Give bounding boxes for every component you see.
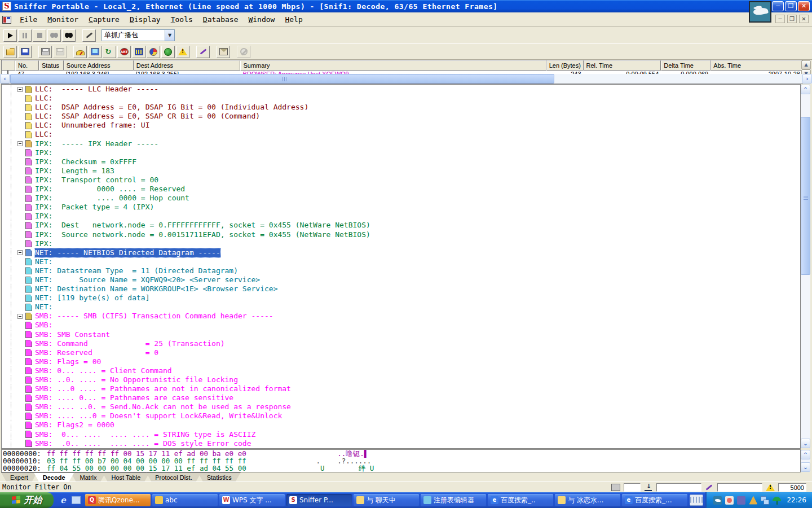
save-icon[interactable] [18, 46, 32, 58]
blocks-app-tray-icon[interactable] [737, 496, 745, 505]
cancel-icon[interactable] [237, 46, 250, 58]
taskbar-button[interactable]: S Sniffer P... [286, 494, 352, 506]
decode-tree-line[interactable]: SMB: ...0 .... = Pathnames are not in ca… [2, 384, 800, 393]
menu-item[interactable]: Capture [83, 14, 125, 25]
decode-tree-line[interactable]: LLC: SSAP Address = E0, SSAP CR Bit = 00… [2, 112, 800, 121]
scroll-up-icon[interactable]: ⌃ [801, 85, 810, 94]
child-close-button[interactable]: ✕ [799, 15, 809, 23]
view-tab[interactable]: Host Table [103, 472, 150, 481]
decode-tree-line[interactable]: NET: Source Name = XQFWQ9<20> <Server se… [2, 275, 800, 284]
menu-item[interactable]: Display [125, 14, 166, 25]
print-icon[interactable] [38, 46, 52, 58]
taskbar-button[interactable]: e 百度搜索_... [622, 494, 687, 506]
define-filter-icon[interactable] [82, 29, 96, 42]
view-tab[interactable]: Expert [1, 472, 37, 481]
column-header-dest[interactable]: Dest Address [134, 60, 241, 71]
protocol-distribution-icon[interactable] [147, 46, 160, 58]
column-header-source[interactable]: Source Address [64, 60, 134, 71]
decode-tree-line[interactable]: IPX: [2, 212, 800, 221]
menu-item[interactable]: Tools [166, 14, 198, 25]
open-icon[interactable] [3, 46, 17, 58]
taskbar-button[interactable]: W WPS 文字 ... [219, 494, 285, 506]
decode-tree-line[interactable]: SMB: .... ...0 = Doesn't support Lock&Re… [2, 411, 800, 421]
view-tab[interactable]: Statistics [198, 472, 241, 481]
decode-tree-line[interactable]: NET: [2, 257, 800, 266]
matrix-icon[interactable]: ↻ [103, 46, 116, 58]
decode-tree-line[interactable]: IPX: [2, 239, 800, 248]
vertical-scroll-thumb[interactable] [801, 117, 810, 275]
child-restore-button[interactable]: ❐ [787, 15, 797, 23]
internet-explorer-icon[interactable]: e [58, 495, 68, 505]
decode-tree-line[interactable]: IPX: Length = 183 [2, 167, 800, 176]
menu-item[interactable]: File [15, 14, 42, 25]
scroll-up-icon[interactable]: ⌃ [801, 450, 810, 459]
menu-item[interactable]: Window [243, 14, 280, 25]
input-method-keyboard-icon[interactable] [690, 494, 703, 506]
scroll-down-icon[interactable]: ⌄ [801, 462, 810, 472]
application-response-time-icon[interactable]: ART [117, 46, 131, 58]
taskbar-button[interactable]: abc [152, 494, 218, 506]
column-header-select[interactable] [2, 60, 15, 71]
paint-tool-tray-icon[interactable] [749, 496, 757, 505]
decode-tree-line[interactable]: IPX: Dest network.node = 0.FFFFFFFFFFFF,… [2, 221, 800, 230]
hex-scrollbar[interactable]: ⌃ ⌄ [801, 450, 810, 472]
start-capture-icon[interactable] [3, 29, 17, 42]
scroll-right-icon[interactable]: › [802, 74, 812, 84]
menu-item[interactable]: Monitor [42, 14, 83, 25]
column-header-delta-time[interactable]: Delta Time [661, 60, 710, 71]
document-icon[interactable] [2, 16, 11, 24]
decode-tree-line[interactable]: SMB: .0.. .... .... .... = DOS style Err… [2, 439, 800, 448]
child-minimize-button[interactable]: ─ [775, 15, 785, 23]
taskbar-button[interactable]: e 百度搜索_.. [488, 494, 553, 506]
decode-tree-line[interactable]: SMB: 0... .... .... .... = STRING type i… [2, 430, 800, 439]
taskbar-button[interactable]: 注册表编辑器 [421, 494, 486, 506]
decode-tree-line[interactable]: IPX: Transport control = 00 [2, 176, 800, 185]
view-tab[interactable]: Matrix [71, 472, 106, 481]
decode-tree-line[interactable]: LLC: DSAP Address = E0, DSAP IG Bit = 00… [2, 103, 800, 112]
decode-tree-line[interactable]: SMB: .... ..0. = Send.No.Ack can not be … [2, 402, 800, 411]
column-header-len[interactable]: Len (Bytes) [546, 60, 584, 71]
column-header-abs-time[interactable]: Abs. Time [710, 60, 802, 71]
decode-tree-line[interactable]: SMB: Reserved = 0 [2, 348, 800, 357]
view-tab[interactable]: Decode [34, 472, 74, 481]
pause-capture-icon[interactable] [18, 29, 32, 42]
decode-tree-line[interactable]: NET: Destination Name = WORKGROUP<1E> <B… [2, 284, 800, 294]
help-mail-icon[interactable] [217, 46, 230, 58]
antivirus-umbrella-tray-icon[interactable] [773, 496, 781, 505]
capture-filter-select[interactable]: 单抓广播包 ▼ [102, 29, 175, 41]
collapse-icon[interactable] [17, 314, 23, 319]
decode-tree-line[interactable]: LLC: [2, 130, 800, 139]
scroll-up-icon[interactable]: ▲ [801, 60, 811, 69]
scroll-down-icon[interactable]: ⌄ [801, 439, 810, 448]
start-button[interactable]: 开始 [0, 492, 54, 508]
collapse-icon[interactable] [17, 87, 23, 92]
minimize-button[interactable]: ─ [772, 1, 784, 11]
column-header-rel-time[interactable]: Rel. Time [584, 60, 661, 71]
decode-tree-line[interactable]: IPX: Checksum = 0xFFFF [2, 157, 800, 167]
decode-tree-line[interactable]: SMB: ----- SMB (CIFS) Transaction Comman… [2, 312, 800, 321]
show-desktop-icon[interactable] [72, 496, 81, 504]
decode-tree-line[interactable]: SMB: .... 0... = Pathnames are case sens… [2, 393, 800, 402]
alarm-log-icon[interactable] [176, 46, 189, 58]
decode-tree-line[interactable]: IPX: 0000 .... = Reserved [2, 185, 800, 194]
decode-tree-line[interactable]: LLC: Unnumbered frame: UI [2, 121, 800, 130]
taskbar-clock[interactable]: 22:26 [784, 496, 806, 504]
filter-wand-icon[interactable] [196, 46, 210, 58]
decode-tree-line[interactable]: SMB: Flags = 00 [2, 357, 800, 366]
restore-button[interactable]: ❐ [785, 1, 797, 11]
decode-tree-line[interactable]: IPX: .... 0000 = Hop count [2, 194, 800, 203]
view-tab[interactable]: Protocol Dist. [146, 472, 201, 481]
decode-tree-line[interactable]: SMB: ..0. .... = No Opportunistic file L… [2, 375, 800, 384]
print-preview-icon[interactable] [53, 46, 67, 58]
collapse-icon[interactable] [17, 250, 23, 255]
horizontal-scrollbar[interactable]: ‹ › [0, 74, 812, 84]
stop-capture-icon[interactable] [33, 29, 46, 42]
decode-tree-line[interactable]: IPX: Packet type = 4 (IPX) [2, 203, 800, 212]
decode-tree-line[interactable]: NET: ----- NETBIOS Directed Datagram ---… [2, 248, 800, 257]
decode-tree-line[interactable]: SMB: Command = 25 (Transaction) [2, 339, 800, 348]
dashboard-icon[interactable] [73, 46, 87, 58]
column-header-no[interactable]: No. [15, 60, 39, 71]
collapse-icon[interactable] [17, 141, 23, 146]
global-statistics-icon[interactable] [161, 46, 175, 58]
decode-tree-line[interactable]: SMB: [2, 321, 800, 330]
